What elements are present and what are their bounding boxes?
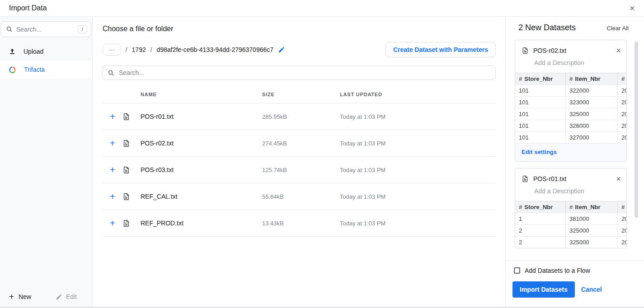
add-to-flow-option[interactable]: Add Datasets to a Flow: [514, 267, 637, 274]
column-header-size: SIZE: [262, 92, 340, 97]
dataset-description-placeholder[interactable]: Add a Description: [534, 187, 620, 195]
sidebar-item-trifacta[interactable]: Trifacta: [0, 61, 92, 79]
preview-cell: 101: [515, 84, 566, 96]
page-title: Choose a file or folder: [103, 25, 496, 33]
file-last-updated: Today at 1:03 PM: [340, 220, 496, 227]
file-search-box[interactable]: [103, 65, 496, 80]
preview-cell: 20: [618, 224, 626, 236]
connections-sidebar: / Upload Trifacta +: [0, 17, 93, 308]
dataset-card: POS-r02.txt × Add a Description #Store_N…: [515, 40, 627, 162]
preview-column-header: #Item_Nbr: [566, 73, 618, 84]
new-button-label: New: [19, 293, 31, 300]
preview-cell: 327000: [566, 131, 618, 143]
dataset-cards: POS-r02.txt × Add a Description #Store_N…: [506, 36, 644, 260]
dataset-card-footer: Edit settings: [515, 143, 626, 161]
breadcrumb-segment-folder[interactable]: 1792: [132, 46, 146, 53]
preview-column-header: #: [618, 73, 626, 84]
new-connection-button[interactable]: + New: [9, 292, 31, 302]
numeric-type-icon: #: [621, 75, 625, 82]
preview-cell: 2: [515, 236, 566, 248]
preview-cell: 20: [618, 131, 626, 143]
remove-dataset-close-icon[interactable]: ×: [616, 47, 621, 55]
numeric-type-icon: #: [569, 75, 573, 82]
column-header-last-updated: LAST UPDATED: [340, 92, 496, 97]
import-datasets-button[interactable]: Import Datasets: [512, 281, 575, 298]
dataset-filename: POS-r01.txt: [533, 175, 566, 182]
add-file-plus-icon[interactable]: +: [103, 192, 122, 201]
file-table-body: + POS-r01.txt 285.95kB Today at 1:03 PM …: [103, 103, 496, 237]
file-row[interactable]: + REF_PROD.txt 13.43kB Today at 1:03 PM: [103, 210, 496, 237]
plus-icon: +: [9, 292, 14, 302]
preview-row: 10132500020: [515, 108, 626, 120]
preview-cell: 323000: [566, 96, 618, 108]
add-file-plus-icon[interactable]: +: [103, 165, 122, 174]
file-last-updated: Today at 1:03 PM: [340, 193, 496, 200]
preview-row: 138100020: [515, 213, 626, 224]
edit-path-pencil-icon[interactable]: [278, 46, 285, 53]
file-icon: [522, 47, 529, 55]
file-row[interactable]: + POS-r03.txt 125.74kB Today at 1:03 PM: [103, 157, 496, 183]
sidebar-search-box[interactable]: /: [1, 21, 91, 37]
file-icon: [122, 139, 141, 148]
preview-cell: 325000: [566, 236, 618, 248]
breadcrumb-ellipsis-button[interactable]: ...: [103, 44, 121, 56]
file-size: 274.45kB: [262, 140, 340, 147]
preview-column-header: #Store_Nbr: [515, 201, 566, 213]
preview-column-name: Store_Nbr: [524, 75, 553, 82]
file-name: POS-r01.txt: [141, 113, 262, 120]
numeric-type-icon: #: [519, 204, 522, 210]
dialog-title: Import Data: [9, 4, 47, 12]
file-size: 285.95kB: [262, 113, 340, 120]
add-file-plus-icon[interactable]: +: [103, 139, 122, 148]
sidebar-footer: + New Edit: [0, 285, 92, 308]
search-icon: [108, 70, 114, 76]
sidebar-search-input[interactable]: [16, 26, 74, 33]
preview-cell: 20: [618, 120, 626, 131]
file-row[interactable]: + REF_CAL.txt 55.64kB Today at 1:03 PM: [103, 183, 496, 210]
file-table: NAME SIZE LAST UPDATED + POS-r01.txt 285…: [103, 85, 496, 237]
file-icon: [122, 219, 141, 228]
preview-table-body: 1013220002010132300020101325000201013260…: [515, 84, 626, 143]
cancel-button[interactable]: Cancel: [581, 286, 602, 293]
preview-cell: 325000: [566, 224, 618, 236]
file-name: REF_CAL.txt: [141, 193, 262, 200]
sidebar-item-label: Trifacta: [24, 66, 45, 73]
file-search-input[interactable]: [119, 69, 491, 76]
add-file-plus-icon[interactable]: +: [103, 112, 122, 121]
panel-scrollbar-thumb[interactable]: [635, 42, 638, 218]
preview-cell: 325000: [566, 108, 618, 120]
dataset-filename: POS-r02.txt: [533, 47, 566, 54]
preview-cell: 101: [515, 96, 566, 108]
new-datasets-panel: 2 New Datasets Clear All POS-r02.txt × A…: [505, 17, 644, 308]
preview-column-header: #Item_Nbr: [566, 201, 618, 213]
edit-settings-link[interactable]: Edit settings: [522, 149, 557, 155]
file-icon: [122, 192, 141, 201]
add-file-plus-icon[interactable]: +: [103, 219, 122, 228]
preview-cell: 322000: [566, 84, 618, 96]
close-icon[interactable]: ×: [630, 4, 635, 13]
search-icon: [6, 26, 13, 33]
breadcrumb-segment-current[interactable]: d98af2fe-ce6b-4133-94dd-2796370966c7: [157, 46, 273, 53]
file-size: 125.74kB: [262, 167, 340, 173]
preview-column-header: #Store_Nbr: [515, 73, 566, 84]
add-to-flow-label: Add Datasets to a Flow: [525, 267, 590, 274]
upload-icon: [8, 47, 16, 56]
preview-cell: 381000: [566, 213, 618, 224]
remove-dataset-close-icon[interactable]: ×: [616, 175, 621, 183]
preview-column-header: #: [618, 201, 626, 213]
file-row[interactable]: + POS-r02.txt 274.45kB Today at 1:03 PM: [103, 130, 496, 157]
create-dataset-with-parameters-button[interactable]: Create Dataset with Parameters: [385, 42, 496, 57]
preview-cell: 326000: [566, 120, 618, 131]
breadcrumb: ... / 1792 / d98af2fe-ce6b-4133-94dd-279…: [103, 44, 285, 56]
panel-actions: Add Datasets to a Flow Import Datasets C…: [506, 260, 644, 307]
file-row[interactable]: + POS-r01.txt 285.95kB Today at 1:03 PM: [103, 103, 496, 130]
dataset-card: POS-r01.txt × Add a Description #Store_N…: [515, 168, 627, 248]
file-icon: [122, 166, 141, 174]
add-to-flow-checkbox[interactable]: [514, 267, 520, 274]
preview-cell: 20: [618, 84, 626, 96]
file-name: POS-r02.txt: [141, 140, 262, 147]
sidebar-item-upload[interactable]: Upload: [0, 42, 92, 61]
clear-all-button[interactable]: Clear All: [607, 25, 629, 32]
edit-connection-button[interactable]: Edit: [56, 293, 77, 300]
dataset-description-placeholder[interactable]: Add a Description: [534, 59, 620, 66]
